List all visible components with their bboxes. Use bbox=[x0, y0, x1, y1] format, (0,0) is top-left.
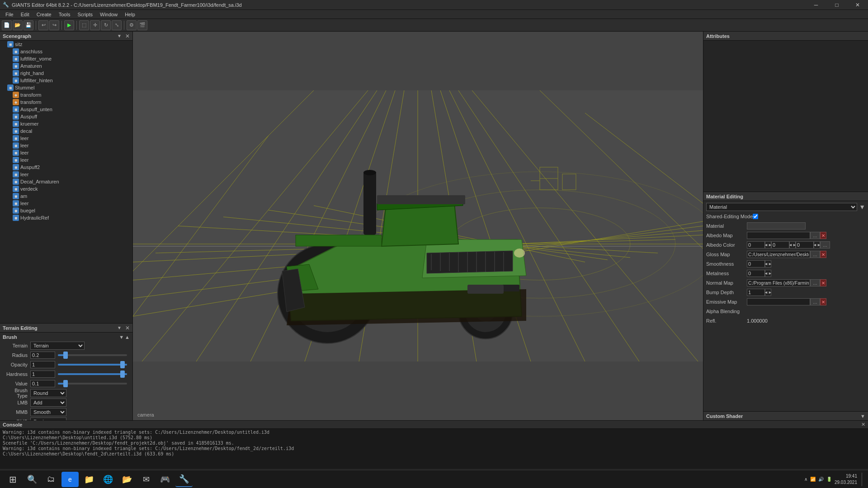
smoothness-arrow[interactable]: ◄► bbox=[765, 260, 771, 267]
close-button[interactable]: ✕ bbox=[847, 0, 868, 10]
scenegraph-collapse[interactable]: ▼ bbox=[117, 33, 122, 38]
material-dropdown-arrow[interactable]: ▼ bbox=[859, 203, 865, 211]
custom-shader-arrow[interactable]: ▼ bbox=[860, 413, 865, 419]
sg-item-right_hand-4[interactable]: ◼right_hand bbox=[0, 70, 132, 77]
albedo-map-delete[interactable]: ✕ bbox=[820, 232, 826, 239]
bump-depth-input[interactable] bbox=[747, 289, 765, 296]
play-button[interactable]: ▶ bbox=[64, 20, 74, 30]
mmb-dropdown[interactable]: Smooth Add Subtract Replace bbox=[30, 408, 66, 416]
albedo-map-input[interactable] bbox=[747, 232, 810, 239]
redo-button[interactable]: ↪ bbox=[49, 20, 59, 30]
terrain-collapse-btn[interactable]: ▼ bbox=[117, 325, 122, 330]
lmb-dropdown[interactable]: Add Subtract Smooth Replace bbox=[30, 399, 66, 407]
value-slider[interactable] bbox=[58, 383, 127, 385]
hardness-input[interactable] bbox=[30, 371, 55, 378]
sg-item-luftfilter_hinten-5[interactable]: ◼luftfilter_hinten bbox=[0, 77, 132, 84]
taskbar-mail[interactable]: ✉ bbox=[137, 472, 155, 487]
brush-arrow-up[interactable]: ▲ bbox=[125, 334, 130, 340]
gloss-map-browse[interactable]: … bbox=[810, 251, 820, 258]
albedo-b-arrow[interactable]: ◄► bbox=[814, 241, 820, 249]
taskbar-folder[interactable]: 📂 bbox=[118, 472, 136, 487]
emissive-map-delete[interactable]: ✕ bbox=[820, 298, 826, 305]
sg-item-transform-8[interactable]: ◆transform bbox=[0, 99, 132, 106]
emissive-map-input[interactable] bbox=[747, 298, 810, 305]
taskbar-blender[interactable]: 🎮 bbox=[156, 472, 174, 487]
albedo-r-input[interactable] bbox=[747, 241, 765, 249]
sg-item-leer-18[interactable]: ◼leer bbox=[0, 171, 132, 178]
hardness-slider[interactable] bbox=[58, 373, 127, 375]
terrain-dropdown[interactable]: Terrain bbox=[30, 342, 85, 350]
opacity-slider[interactable] bbox=[58, 364, 127, 366]
sg-item-Auspuff-10[interactable]: ◼Auspuff bbox=[0, 113, 132, 120]
normal-map-delete[interactable]: ✕ bbox=[820, 279, 826, 286]
sg-item-leer-22[interactable]: ◼leer bbox=[0, 200, 132, 207]
open-button[interactable]: 📂 bbox=[13, 20, 23, 30]
sg-item-anschluss-1[interactable]: ◼anschluss bbox=[0, 48, 132, 55]
maximize-button[interactable]: □ bbox=[826, 0, 847, 10]
move-button[interactable]: ✛ bbox=[90, 20, 100, 30]
metalness-input[interactable] bbox=[747, 270, 765, 277]
settings-button[interactable]: ⚙ bbox=[127, 20, 137, 30]
taskbar-network[interactable]: 📶 bbox=[810, 477, 816, 482]
menu-help[interactable]: Help bbox=[121, 11, 139, 18]
render-button[interactable]: 🎬 bbox=[137, 20, 147, 30]
albedo-color-browse[interactable]: … bbox=[820, 241, 830, 249]
console-close[interactable]: ✕ bbox=[861, 422, 865, 427]
start-button[interactable]: ⊞ bbox=[4, 472, 22, 487]
new-button[interactable]: 📄 bbox=[2, 20, 12, 30]
taskbar-active-app[interactable]: 🔧 bbox=[175, 472, 193, 487]
taskbar-battery[interactable]: 🔋 bbox=[826, 477, 832, 482]
sg-item-buegel-23[interactable]: ◼buegel bbox=[0, 207, 132, 214]
menu-edit[interactable]: Edit bbox=[17, 11, 33, 18]
opacity-slider-thumb[interactable] bbox=[120, 361, 125, 368]
sg-item-kruemer-11[interactable]: ◼kruemer bbox=[0, 120, 132, 127]
sg-item-Stummel-6[interactable]: ◼Stummel bbox=[0, 84, 132, 91]
metalness-arrow[interactable]: ◄► bbox=[765, 270, 771, 277]
rmb-dropdown[interactable]: Replace Add Subtract Smooth bbox=[30, 418, 66, 420]
bump-depth-arrow[interactable]: ◄► bbox=[765, 289, 771, 296]
taskbar-chrome[interactable]: 🌐 bbox=[99, 472, 117, 487]
sg-item-leer-13[interactable]: ◼leer bbox=[0, 135, 132, 142]
radius-input[interactable] bbox=[30, 352, 55, 359]
opacity-input[interactable] bbox=[30, 361, 55, 368]
terrain-close-btn[interactable]: ✕ bbox=[125, 325, 130, 331]
sg-item-leer-16[interactable]: ◼leer bbox=[0, 156, 132, 164]
sg-item-verdeck-20[interactable]: ◼verdeck bbox=[0, 185, 132, 192]
hardness-slider-thumb[interactable] bbox=[120, 371, 125, 378]
albedo-map-browse[interactable]: … bbox=[810, 232, 820, 239]
sg-item-Decal_Armaturen-19[interactable]: ◼Decal_Armaturen bbox=[0, 178, 132, 185]
value-slider-thumb[interactable] bbox=[63, 380, 68, 387]
sg-item-sitz-0[interactable]: ◼sitz bbox=[0, 41, 132, 48]
normal-map-browse[interactable]: … bbox=[810, 279, 820, 286]
gloss-map-delete[interactable]: ✕ bbox=[820, 251, 826, 258]
albedo-g-arrow[interactable]: ◄► bbox=[789, 241, 796, 249]
sg-item-luftfilter_vorne-2[interactable]: ◼luftfilter_vorne bbox=[0, 55, 132, 62]
brush-type-dropdown[interactable]: Round Square bbox=[30, 389, 66, 397]
radius-slider-thumb[interactable] bbox=[63, 352, 68, 359]
value-input[interactable] bbox=[30, 380, 55, 387]
shared-editing-checkbox[interactable] bbox=[753, 214, 758, 219]
albedo-r-arrow[interactable]: ◄► bbox=[765, 241, 771, 249]
albedo-g-input[interactable] bbox=[771, 241, 789, 249]
taskbar-task-view[interactable]: 🗂 bbox=[42, 472, 60, 487]
brush-expand[interactable]: ▼ bbox=[119, 334, 124, 340]
gloss-map-input[interactable] bbox=[747, 251, 810, 258]
sg-item-HydraulicRef-24[interactable]: ◼HydraulicRef bbox=[0, 214, 132, 221]
scenegraph-close[interactable]: ✕ bbox=[125, 33, 130, 39]
scale-button[interactable]: ⤡ bbox=[112, 20, 122, 30]
taskbar-chevron[interactable]: ∧ bbox=[804, 477, 807, 482]
minimize-button[interactable]: ─ bbox=[806, 0, 826, 10]
taskbar-sound[interactable]: 🔊 bbox=[818, 477, 824, 482]
taskbar-edge[interactable]: e bbox=[61, 472, 79, 487]
material-field-input[interactable] bbox=[747, 222, 806, 230]
sg-item-transform-7[interactable]: ◆transform bbox=[0, 91, 132, 99]
albedo-b-input[interactable] bbox=[796, 241, 814, 249]
sg-item-leer-14[interactable]: ◼leer bbox=[0, 142, 132, 149]
viewport[interactable]: camera bbox=[133, 32, 703, 420]
menu-tools[interactable]: Tools bbox=[55, 11, 74, 18]
taskbar-search[interactable]: 🔍 bbox=[24, 472, 41, 487]
undo-button[interactable]: ↩ bbox=[38, 20, 48, 30]
normal-map-input[interactable] bbox=[747, 279, 810, 286]
taskbar-clock[interactable]: 19:41 29.03.2021 bbox=[835, 473, 857, 486]
taskbar-explorer[interactable]: 📁 bbox=[80, 472, 98, 487]
